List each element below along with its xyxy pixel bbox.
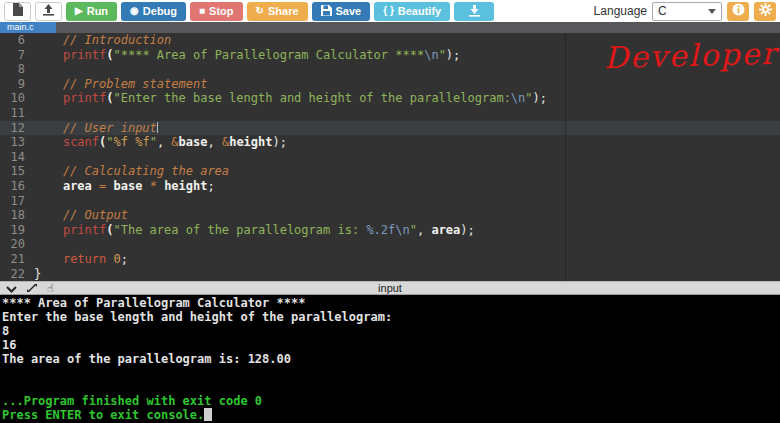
- diagonal-resize-icon: [27, 279, 37, 297]
- line-number[interactable]: 12: [0, 121, 34, 136]
- console-rows: **** Area of Parallelogram Calculator **…: [2, 296, 778, 422]
- code-line-text: [34, 150, 780, 165]
- line-number[interactable]: 18: [0, 208, 34, 223]
- pan-console-button[interactable]: ☝: [47, 282, 54, 294]
- console-output[interactable]: **** Area of Parallelogram Calculator **…: [0, 295, 780, 423]
- line-number[interactable]: 10: [0, 91, 34, 106]
- chevron-down-icon: [708, 9, 716, 14]
- save-button[interactable]: Save: [312, 2, 371, 21]
- code-line-text: // Problem statement: [34, 77, 780, 92]
- chevron-down-icon: [6, 279, 17, 297]
- line-number[interactable]: 15: [0, 164, 34, 179]
- line-number[interactable]: 14: [0, 150, 34, 165]
- run-button[interactable]: ▶ Run: [66, 2, 117, 21]
- console-line: ...Program finished with exit code 0: [2, 394, 778, 408]
- code-line-text: }: [34, 267, 780, 282]
- line-number[interactable]: 21: [0, 252, 34, 267]
- share-button[interactable]: ↻ Share: [247, 2, 308, 21]
- beautify-button[interactable]: { } Beautify: [374, 2, 450, 21]
- console-line: **** Area of Parallelogram Calculator **…: [2, 296, 778, 310]
- debug-button[interactable]: ◉ Debug: [121, 2, 186, 21]
- share-icon: ↻: [256, 6, 264, 16]
- code-line-15[interactable]: 15 // Calculating the area: [0, 164, 780, 179]
- expand-console-button[interactable]: [27, 282, 37, 294]
- code-line-text: [34, 106, 780, 121]
- line-number[interactable]: 19: [0, 223, 34, 238]
- code-line-text: printf("**** Area of Parallelogram Calcu…: [34, 48, 780, 63]
- line-number[interactable]: 13: [0, 135, 34, 150]
- code-line-7[interactable]: 7 printf("**** Area of Parallelogram Cal…: [0, 48, 780, 63]
- code-line-19[interactable]: 19 printf("The area of the parallelogram…: [0, 223, 780, 238]
- code-line-18[interactable]: 18 // Output: [0, 208, 780, 223]
- tab-main-c[interactable]: main.c: [0, 22, 56, 33]
- console-line: [2, 366, 778, 380]
- code-line-text: // Output: [34, 208, 780, 223]
- new-file-button[interactable]: [4, 2, 31, 21]
- code-line-text: printf("Enter the base length and height…: [34, 91, 780, 106]
- line-number[interactable]: 8: [0, 62, 34, 77]
- info-button[interactable]: [727, 2, 749, 21]
- code-line-9[interactable]: 9 // Problem statement: [0, 77, 780, 92]
- editor-tabbar: main.c: [0, 22, 780, 33]
- console-line: 16: [2, 338, 778, 352]
- console-toolbar: ☝ input: [0, 281, 780, 295]
- code-line-22[interactable]: 22}: [0, 267, 780, 282]
- code-line-text: [34, 237, 780, 252]
- download-icon: [468, 4, 481, 19]
- code-line-text: area = base * height;: [34, 179, 780, 194]
- code-editor[interactable]: 6 // Introduction7 printf("**** Area of …: [0, 33, 780, 281]
- floppy-icon: [321, 5, 332, 18]
- code-line-11[interactable]: 11: [0, 106, 780, 121]
- line-number[interactable]: 17: [0, 194, 34, 209]
- console-line: The area of the parallelogram is: 128.00: [2, 352, 778, 366]
- language-label: Language: [594, 4, 647, 18]
- text-caret: [157, 122, 158, 133]
- console-line: Enter the base length and height of the …: [2, 310, 778, 324]
- code-line-10[interactable]: 10 printf("Enter the base length and hei…: [0, 91, 780, 106]
- upload-button[interactable]: [35, 2, 62, 21]
- line-number[interactable]: 7: [0, 48, 34, 63]
- line-number[interactable]: 20: [0, 237, 34, 252]
- language-select[interactable]: C: [652, 2, 722, 21]
- code-line-text: [34, 62, 780, 77]
- info-icon: [732, 3, 745, 19]
- code-line-text: scanf("%f %f", &base, &height);: [34, 135, 780, 150]
- line-number[interactable]: 9: [0, 77, 34, 92]
- play-icon: ▶: [75, 6, 83, 16]
- language-select-value: C: [658, 4, 667, 18]
- toolbar-right-group: Language C: [594, 2, 776, 21]
- code-line-17[interactable]: 17: [0, 194, 780, 209]
- console-line: [2, 380, 778, 394]
- settings-button[interactable]: [754, 2, 776, 21]
- stop-button[interactable]: ■ Stop: [190, 2, 243, 21]
- code-line-text: printf("The area of the parallelogram is…: [34, 223, 780, 238]
- code-line-8[interactable]: 8: [0, 62, 780, 77]
- input-label: input: [378, 282, 402, 294]
- code-line-text: return 0;: [34, 252, 780, 267]
- collapse-console-button[interactable]: [6, 282, 17, 294]
- line-number[interactable]: 6: [0, 33, 34, 48]
- hand-icon: ☝: [47, 283, 54, 294]
- code-line-16[interactable]: 16 area = base * height;: [0, 179, 780, 194]
- code-line-6[interactable]: 6 // Introduction: [0, 33, 780, 48]
- file-icon: [12, 2, 23, 20]
- line-number[interactable]: 11: [0, 106, 34, 121]
- code-line-20[interactable]: 20: [0, 237, 780, 252]
- code-line-text: // Calculating the area: [34, 164, 780, 179]
- code-rows: 6 // Introduction7 printf("**** Area of …: [0, 33, 780, 281]
- stop-icon: ■: [199, 6, 205, 16]
- code-line-14[interactable]: 14: [0, 150, 780, 165]
- code-line-13[interactable]: 13 scanf("%f %f", &base, &height);: [0, 135, 780, 150]
- braces-icon: { }: [383, 6, 394, 16]
- code-line-text: // Introduction: [34, 33, 780, 48]
- console-line: Press ENTER to exit console.: [2, 408, 778, 422]
- code-line-text: // User input: [34, 121, 780, 136]
- code-line-21[interactable]: 21 return 0;: [0, 252, 780, 267]
- top-toolbar: ▶ Run ◉ Debug ■ Stop ↻ Share Save { } Be…: [0, 0, 780, 22]
- debug-icon: ◉: [130, 6, 139, 16]
- download-button[interactable]: [454, 2, 494, 21]
- print-margin-ruler: [565, 33, 566, 281]
- line-number[interactable]: 16: [0, 179, 34, 194]
- code-line-12[interactable]: 12 // User input: [0, 121, 780, 136]
- console-cursor: [204, 408, 212, 421]
